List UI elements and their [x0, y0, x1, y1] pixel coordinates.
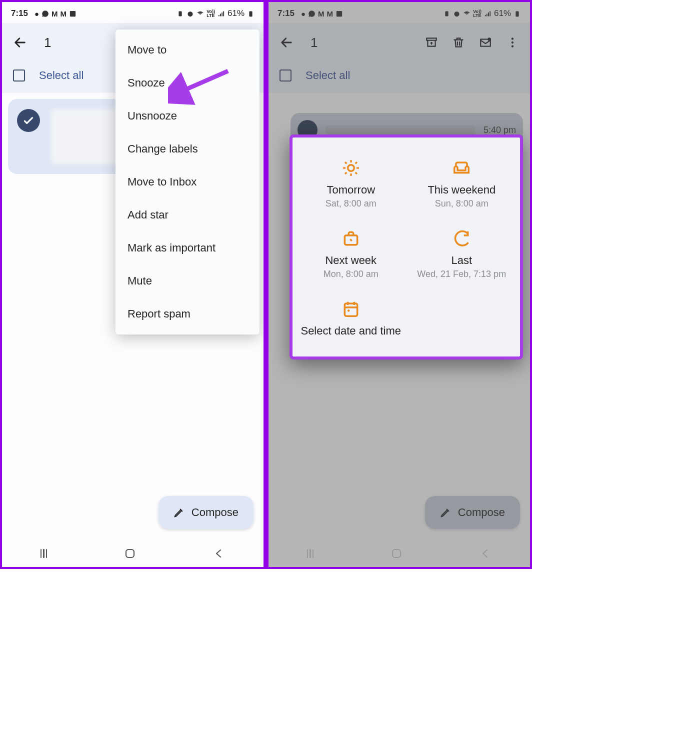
snooze-dialog: Tomorrow Sat, 8:00 am This weekend Sun, …: [290, 134, 523, 360]
nav-home-button[interactable]: [124, 548, 136, 560]
gmail-m-icon-2: M: [60, 10, 67, 18]
menu-move-to[interactable]: Move to: [116, 34, 260, 66]
chat-icon: ●: [34, 10, 39, 18]
menu-change-labels[interactable]: Change labels: [116, 132, 260, 166]
svg-rect-0: [70, 10, 76, 16]
menu-move-to-inbox[interactable]: Move to Inbox: [116, 166, 260, 198]
nav-back-button[interactable]: [213, 548, 225, 560]
snooze-weekend-sub: Sun, 8:00 am: [435, 198, 488, 209]
wifi-icon: [196, 10, 204, 18]
redo-icon: [451, 228, 472, 249]
menu-unsnooze[interactable]: Unsnooze: [116, 100, 260, 132]
svg-point-20: [348, 310, 350, 312]
snooze-next-week[interactable]: Next week Mon, 8:00 am: [296, 221, 406, 286]
nav-recents-button[interactable]: [40, 549, 48, 558]
menu-add-star[interactable]: Add star: [116, 198, 260, 232]
status-bar: 7:15 ● M M Vo))LTE 61%: [2, 2, 264, 23]
briefcase-icon: [340, 228, 362, 249]
sun-icon: [340, 158, 362, 178]
menu-mute[interactable]: Mute: [116, 264, 260, 298]
signal-icon: [218, 10, 225, 18]
calendar-icon: [340, 298, 362, 320]
snooze-weekend-title: This weekend: [428, 184, 496, 196]
battery-saver-icon: [176, 10, 184, 18]
svg-rect-19: [344, 304, 357, 316]
alarm-icon: [186, 10, 194, 18]
overflow-menu: Move to Snooze Unsnooze Change labels Mo…: [116, 30, 260, 334]
select-all-label: Select all: [39, 69, 84, 82]
svg-rect-1: [179, 11, 182, 16]
battery-icon: [247, 10, 254, 18]
screenshot-2-snooze-dialog: 7:15 ● M M Vo))LTE 61% 1: [266, 2, 530, 567]
battery-percent: 61%: [228, 8, 244, 18]
svg-point-17: [348, 165, 354, 172]
snooze-last-sub: Wed, 21 Feb, 7:13 pm: [417, 269, 506, 280]
svg-point-2: [188, 12, 193, 16]
snooze-next-week-sub: Mon, 8:00 am: [324, 269, 378, 280]
snooze-last[interactable]: Last Wed, 21 Feb, 7:13 pm: [406, 221, 518, 286]
screenshot-1-overflow-menu: 7:15 ● M M Vo))LTE 61% 1: [2, 2, 266, 567]
snooze-select-datetime[interactable]: Select date and time: [296, 292, 406, 346]
selection-count: 1: [44, 35, 51, 50]
menu-snooze[interactable]: Snooze: [116, 66, 260, 100]
menu-mark-important[interactable]: Mark as important: [116, 232, 260, 264]
email-checkmark-icon[interactable]: [17, 109, 40, 132]
gmail-m-icon: M: [52, 10, 58, 18]
volte-icon: Vo))LTE: [206, 10, 215, 18]
snooze-weekend[interactable]: This weekend Sun, 8:00 am: [406, 150, 518, 216]
compose-label: Compose: [192, 506, 238, 519]
back-button[interactable]: [10, 32, 30, 52]
select-all-checkbox[interactable]: [13, 70, 25, 82]
gallery-icon: [69, 10, 76, 18]
snooze-tomorrow-title: Tomorrow: [326, 184, 375, 196]
menu-report-spam[interactable]: Report spam: [116, 298, 260, 330]
snooze-tomorrow[interactable]: Tomorrow Sat, 8:00 am: [296, 150, 406, 216]
snooze-select-title: Select date and time: [300, 324, 401, 338]
svg-rect-5: [126, 550, 134, 558]
status-time: 7:15: [11, 8, 28, 18]
android-nav-bar: [2, 540, 264, 567]
pencil-icon: [174, 507, 184, 518]
snooze-next-week-title: Next week: [325, 254, 376, 267]
snooze-last-title: Last: [451, 254, 472, 267]
snooze-tomorrow-sub: Sat, 8:00 am: [326, 198, 376, 209]
couch-icon: [451, 158, 472, 178]
compose-button[interactable]: Compose: [158, 496, 254, 529]
whatsapp-icon: [42, 10, 49, 18]
svg-rect-3: [249, 11, 252, 16]
